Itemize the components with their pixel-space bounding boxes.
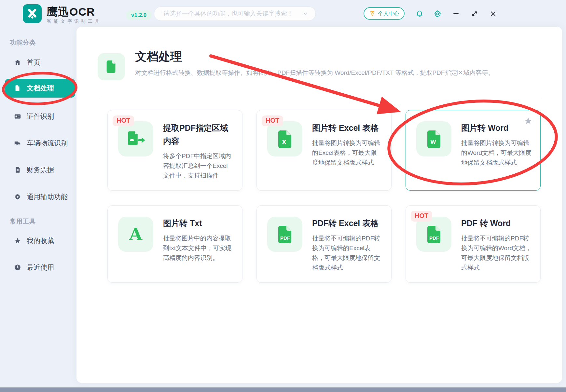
hot-badge: HOT <box>262 115 283 126</box>
card-image-to-word[interactable]: w 图片转 Word 批量将图片转换为可编辑的Word文档，可最大限度地保留文档… <box>406 110 541 191</box>
page-title: 文档处理 <box>135 49 182 65</box>
notifications-button[interactable] <box>415 9 424 18</box>
card-text: 提取PDF指定区域内容 将多个PDF中指定区域内容提取汇总到一个Excel文件中… <box>163 121 234 181</box>
card-icon-tile: HOT PDF <box>416 217 451 252</box>
card-title: 图片转 Word <box>461 121 532 134</box>
user-center-button[interactable]: 个人中心 <box>364 7 405 20</box>
letter-a-icon: A <box>126 224 145 244</box>
sidebar-item-vehicle-logistics[interactable]: 车辆物流识别 <box>5 134 75 153</box>
sidebar-item-label: 财务票据 <box>27 165 54 174</box>
app-name: 鹰迅OCR <box>47 5 95 20</box>
gear-icon <box>434 10 442 18</box>
chevron-down-icon <box>302 11 308 17</box>
card-text: 图片转 Excel 表格 批量将图片转换为可编辑的Excel表格，可最大限度地保… <box>312 121 383 181</box>
vip-badge-icon <box>369 10 376 17</box>
close-icon <box>490 10 497 17</box>
truck-icon <box>14 140 21 147</box>
page-description: 对文档进行格式转换、数据提取等操作。如将图片、PDF扫描件等转换为 Word/E… <box>135 69 542 77</box>
card-title: 提取PDF指定区域内容 <box>163 121 234 147</box>
card-icon-tile: HOT x <box>267 121 302 156</box>
search-placeholder: 请选择一个具体的功能，也可输入关键字搜索！ <box>163 9 302 18</box>
file-export-icon <box>126 130 146 148</box>
card-image-to-excel[interactable]: HOT x 图片转 Excel 表格 批量将图片转换为可编辑的Excel表格，可… <box>256 110 392 191</box>
minimize-icon <box>452 10 460 17</box>
card-title: 图片转 Txt <box>163 217 234 230</box>
id-card-icon <box>14 113 21 120</box>
card-icon-tile: PDF <box>267 217 302 252</box>
svg-text:A: A <box>129 224 143 244</box>
card-text: 图片转 Txt 批量将图片中的内容提取到txt文本文件中，可实现高精度的内容识别… <box>163 217 234 273</box>
settings-button[interactable] <box>433 9 442 18</box>
svg-text:x: x <box>282 137 286 146</box>
sidebar-section-categories: 功能分类 <box>10 38 36 47</box>
window-bottom-edge <box>0 387 566 392</box>
hot-badge: HOT <box>411 211 432 222</box>
document-green-icon <box>104 59 119 74</box>
card-description: 批量将不可编辑的PDF转换为可编辑的Excel表格，可最大限度地保留文档版式样式 <box>312 234 383 273</box>
sidebar-item-label: 车辆物流识别 <box>27 139 68 148</box>
logo-x-icon <box>25 7 39 21</box>
document-icon <box>14 85 21 92</box>
star-icon <box>14 237 21 244</box>
home-icon <box>14 59 21 66</box>
sidebar-item-id-recognition[interactable]: 证件识别 <box>5 107 75 126</box>
favorite-star-icon[interactable] <box>524 117 532 125</box>
card-icon-tile: HOT <box>118 121 153 156</box>
bell-icon <box>416 10 423 18</box>
sidebar-item-favorites[interactable]: 我的收藏 <box>5 231 75 250</box>
sidebar-item-document-processing[interactable]: 文档处理 <box>5 79 75 98</box>
sidebar-item-general-tools[interactable]: 通用辅助功能 <box>5 187 75 206</box>
svg-text:PDF: PDF <box>280 235 290 241</box>
card-description: 批量将图片转换为可编辑的Excel表格，可最大限度地保留文档版式样式 <box>312 138 383 168</box>
svg-text:PDF: PDF <box>429 235 439 241</box>
card-description: 批量将图片中的内容提取到txt文本文件中，可实现高精度的内容识别。 <box>163 234 234 263</box>
close-button[interactable] <box>489 9 497 18</box>
sidebar-item-home[interactable]: 首页 <box>5 53 75 72</box>
hot-badge: HOT <box>113 115 134 126</box>
excel-file-icon: x <box>277 130 293 148</box>
card-title: PDF转 Excel 表格 <box>312 217 383 230</box>
header-divider <box>100 97 541 97</box>
title-bar: 鹰迅OCR 智能文字识别工具 v1.2.0 请选择一个具体的功能，也可输入关键字… <box>0 0 566 27</box>
card-icon-tile: w <box>416 121 451 156</box>
function-search-input[interactable]: 请选择一个具体的功能，也可输入关键字搜索！ <box>154 7 316 21</box>
card-description: 将多个PDF中指定区域内容提取汇总到一个Excel文件中，支持扫描件 <box>163 151 234 181</box>
card-title: 图片转 Excel 表格 <box>312 121 383 134</box>
sidebar-item-recent[interactable]: 最近使用 <box>5 258 75 277</box>
sidebar-item-label: 证件识别 <box>27 112 54 121</box>
app-subtitle: 智能文字识别工具 <box>47 19 102 24</box>
sidebar-section-common-tools: 常用工具 <box>10 217 36 226</box>
version-badge: v1.2.0 <box>126 10 152 20</box>
card-description: 批量将图片转换为可编辑的Word文档，可最大限度地保留文档版式样式 <box>461 138 532 168</box>
resize-icon <box>471 10 478 17</box>
clock-icon <box>14 264 21 271</box>
card-icon-tile: A <box>118 217 153 252</box>
card-pdf-to-excel[interactable]: PDF PDF转 Excel 表格 批量将不可编辑的PDF转换为可编辑的Exce… <box>256 205 392 283</box>
card-text: 图片转 Word 批量将图片转换为可编辑的Word文档，可最大限度地保留文档版式… <box>461 121 532 181</box>
user-center-label: 个人中心 <box>378 10 399 17</box>
word-file-icon: w <box>426 130 442 148</box>
card-title: PDF 转 Word <box>461 217 532 230</box>
sidebar-item-label: 最近使用 <box>27 263 54 272</box>
maximize-button[interactable] <box>470 9 479 18</box>
category-icon-tile <box>98 53 125 80</box>
card-text: PDF 转 Word 批量将不可编辑的PDF转换为可编辑的Word文档，可最大限… <box>461 217 532 273</box>
sidebar-item-label: 通用辅助功能 <box>27 192 68 201</box>
card-description: 批量将不可编辑的PDF转换为可编辑的Word文档，可最大限度地保留文档版式样式 <box>461 234 532 273</box>
card-text: PDF转 Excel 表格 批量将不可编辑的PDF转换为可编辑的Excel表格，… <box>312 217 383 273</box>
card-image-to-txt[interactable]: A 图片转 Txt 批量将图片中的内容提取到txt文本文件中，可实现高精度的内容… <box>107 205 242 283</box>
card-extract-pdf-region[interactable]: HOT 提取PDF指定区域内容 将多个PDF中指定区域内容提取汇总到一个Exce… <box>107 110 242 191</box>
sidebar-item-label: 我的收藏 <box>27 236 54 245</box>
feature-card-grid: HOT 提取PDF指定区域内容 将多个PDF中指定区域内容提取汇总到一个Exce… <box>107 110 541 283</box>
card-pdf-to-word[interactable]: HOT PDF PDF 转 Word 批量将不可编辑的PDF转换为可编辑的Wor… <box>406 205 541 283</box>
minimize-button[interactable] <box>452 9 460 18</box>
pdf-file-icon: PDF <box>277 225 293 243</box>
pdf-file-icon: PDF <box>426 225 442 243</box>
sidebar-item-label: 首页 <box>27 58 40 67</box>
gear-icon <box>14 193 21 200</box>
sidebar-item-financial-receipts[interactable]: 财务票据 <box>5 160 75 179</box>
svg-text:w: w <box>430 138 436 145</box>
app-logo <box>23 4 42 23</box>
invoice-icon <box>14 166 21 173</box>
sidebar-item-label: 文档处理 <box>27 84 54 93</box>
